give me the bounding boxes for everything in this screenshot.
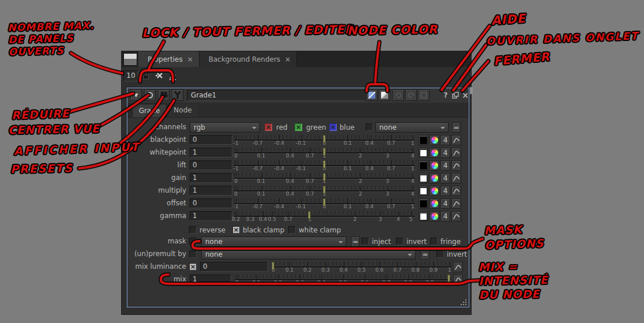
whitepoint-slider[interactable]: 00.10.40.71234	[234, 148, 415, 159]
animation-curve-button[interactable]	[451, 160, 461, 171]
panel-color-swatch[interactable]	[379, 89, 390, 101]
show-input-camera-icon[interactable]	[158, 89, 170, 101]
reverse-checkbox[interactable]	[189, 226, 197, 234]
mix-luminance-value-field[interactable]: 0	[200, 262, 268, 272]
extra-channel-dropdown[interactable]: none	[375, 122, 449, 133]
open-in-window-icon[interactable]	[451, 91, 460, 100]
lift-slider[interactable]: -1-0.7-0.4-0.100.10.40.71	[234, 160, 415, 171]
color-wheel-button[interactable]	[430, 198, 439, 209]
color-swatch-button[interactable]	[419, 160, 428, 171]
white-clamp-checkbox[interactable]	[288, 226, 296, 234]
channel-count-button[interactable]: 4	[440, 198, 450, 209]
slider-handle[interactable]	[323, 173, 326, 181]
slider-handle[interactable]	[323, 186, 326, 194]
premult-dropdown[interactable]: none	[201, 249, 416, 260]
fringe-checkbox[interactable]	[430, 238, 438, 245]
channels-layer-dropdown[interactable]: rgb	[190, 122, 260, 133]
channel-blue-checkbox[interactable]: ×	[329, 123, 337, 131]
tab-background-renders[interactable]: Background Renders ×	[199, 51, 297, 67]
channel-count-button[interactable]: 4	[440, 173, 450, 183]
channel-count-button[interactable]: 4	[440, 135, 450, 145]
channel-red-checkbox[interactable]: ×	[265, 123, 272, 131]
mask-eq-button[interactable]: =	[351, 236, 360, 247]
max-panels-input[interactable]: 10	[123, 70, 138, 81]
slider-handle[interactable]	[447, 275, 450, 283]
color-wheel-button[interactable]	[430, 173, 439, 183]
channels-eq-button[interactable]: =	[452, 122, 461, 133]
edit-pencil-icon[interactable]	[167, 70, 178, 81]
gamma-value-field[interactable]: 1	[190, 211, 232, 221]
color-swatch-button[interactable]	[419, 173, 428, 183]
animation-curve-button[interactable]	[451, 198, 461, 209]
gain-value-field[interactable]: 1	[190, 173, 232, 183]
animation-curve-button[interactable]	[451, 173, 461, 183]
animation-curve-button[interactable]	[453, 262, 463, 272]
channel-count-button[interactable]: 4	[440, 148, 450, 158]
multiply-value-field[interactable]: 1	[190, 186, 232, 196]
help-icon[interactable]: ?	[441, 91, 450, 100]
color-wheel-button[interactable]	[430, 135, 439, 145]
channel-count-button[interactable]: 4	[440, 160, 450, 171]
slider-handle[interactable]	[323, 160, 326, 168]
premult-checkbox[interactable]	[189, 250, 197, 258]
channel-count-button[interactable]: 4	[440, 186, 450, 196]
color-wheel-button[interactable]	[430, 160, 439, 171]
mix-value-field[interactable]: 1	[190, 275, 231, 284]
slider-handle[interactable]	[323, 135, 326, 143]
color-swatch-button[interactable]	[419, 135, 428, 145]
color-wheel-button[interactable]	[430, 148, 439, 158]
offset-slider[interactable]: -1-0.7-0.4-0.100.10.40.71	[234, 198, 415, 209]
unlock-icon[interactable]	[140, 70, 152, 81]
panel-resize-grip[interactable]	[461, 299, 462, 301]
inject-checkbox[interactable]	[361, 238, 369, 245]
animation-curve-button[interactable]	[451, 148, 461, 158]
redo-icon[interactable]	[405, 89, 417, 101]
channel-count-button[interactable]: 4	[440, 211, 450, 221]
node-color-swatch[interactable]	[366, 89, 378, 101]
offset-value-field[interactable]: 0	[190, 198, 232, 208]
multiply-slider[interactable]: 00.10.40.71234	[234, 186, 415, 197]
tab-close-icon[interactable]: ×	[187, 55, 193, 63]
color-swatch-button[interactable]	[419, 186, 428, 196]
undo-icon[interactable]	[393, 89, 404, 101]
channel-green-checkbox[interactable]: ×	[295, 123, 302, 131]
animation-curve-button[interactable]	[453, 275, 463, 285]
mask-dropdown[interactable]: none	[201, 236, 347, 247]
collapse-triangle-icon[interactable]: ▼	[130, 89, 142, 101]
slider-handle[interactable]	[323, 148, 326, 156]
color-wheel-button[interactable]	[430, 186, 439, 196]
center-view-icon[interactable]	[144, 89, 156, 101]
animation-curve-button[interactable]	[451, 135, 461, 145]
tab-properties[interactable]: Properties ×	[138, 51, 199, 67]
gain-slider[interactable]: 00.10.40.71234	[234, 173, 415, 184]
gamma-slider[interactable]: 0.20.30.40.50.712345	[234, 211, 415, 222]
tab-close-icon[interactable]: ×	[285, 55, 291, 63]
slider-handle[interactable]	[272, 262, 274, 270]
color-wheel-button[interactable]	[430, 211, 439, 221]
pane-scroll-handle[interactable]	[470, 87, 473, 94]
whitepoint-value-field[interactable]: 1	[190, 148, 232, 157]
color-swatch-button[interactable]	[419, 198, 428, 209]
close-all-panels-icon[interactable]	[153, 70, 165, 81]
extra-channel-checkbox[interactable]	[366, 123, 373, 131]
node-name-field[interactable]: Grade1	[187, 90, 368, 101]
tab-grade[interactable]: Grade	[132, 104, 167, 117]
close-icon[interactable]: ×	[461, 91, 470, 100]
animation-curve-button[interactable]	[451, 186, 461, 196]
mask-invert-checkbox[interactable]	[396, 238, 404, 245]
black-clamp-checkbox[interactable]: ×	[232, 226, 240, 234]
blackpoint-value-field[interactable]: 0	[190, 135, 232, 145]
color-swatch-button[interactable]	[419, 148, 428, 158]
tab-node[interactable]: Node	[168, 104, 198, 117]
revert-icon[interactable]	[418, 89, 430, 101]
blackpoint-slider[interactable]: -1-0.7-0.4-0.100.10.40.71	[234, 135, 415, 146]
premult-invert-checkbox[interactable]	[436, 250, 444, 258]
animation-curve-button[interactable]	[451, 211, 461, 221]
slider-handle[interactable]	[323, 198, 326, 206]
mask-checkbox[interactable]	[189, 238, 197, 245]
pane-menu-grip-icon[interactable]	[123, 53, 137, 66]
color-swatch-button[interactable]	[419, 211, 428, 221]
mix-slider[interactable]: 00.10.20.30.40.50.60.70.80.91	[235, 275, 451, 286]
premult-eq-button[interactable]: =	[421, 249, 430, 260]
slider-handle[interactable]	[308, 211, 311, 219]
